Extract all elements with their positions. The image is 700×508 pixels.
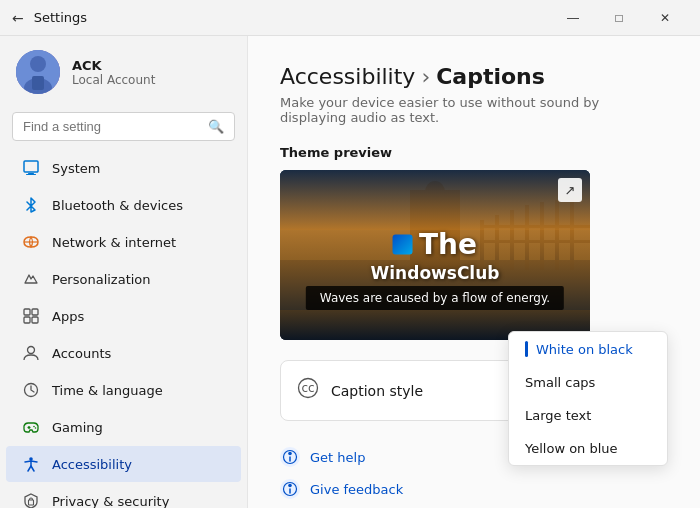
preview-caption: Waves are caused by a flow of energy. — [306, 286, 564, 310]
give-feedback-icon — [280, 479, 300, 499]
sidebar-item-accessibility[interactable]: Accessibility — [6, 446, 241, 482]
bluetooth-icon — [22, 196, 40, 214]
sidebar-item-gaming[interactable]: Gaming — [6, 409, 241, 445]
sidebar-item-privacy[interactable]: Privacy & security — [6, 483, 241, 508]
svg-rect-8 — [24, 309, 30, 315]
svg-rect-10 — [24, 317, 30, 323]
svg-rect-6 — [26, 174, 36, 175]
personalization-icon — [22, 270, 40, 288]
breadcrumb-separator: › — [421, 64, 430, 89]
main-layout: ACK Local Account 🔍 System — [0, 36, 700, 508]
minimize-button[interactable]: — — [550, 4, 596, 32]
dropdown-item-label: Large text — [525, 408, 591, 423]
user-profile[interactable]: ACK Local Account — [0, 36, 247, 108]
theme-preview-title: Theme preview — [280, 145, 668, 160]
caption-style-left: cc Caption style — [297, 377, 423, 404]
caption-style-icon: cc — [297, 377, 319, 404]
svg-rect-11 — [32, 317, 38, 323]
privacy-icon — [22, 492, 40, 508]
avatar — [16, 50, 60, 94]
gaming-icon — [22, 418, 40, 436]
user-type: Local Account — [72, 73, 155, 87]
sidebar-item-system-label: System — [52, 161, 100, 176]
svg-rect-19 — [29, 500, 34, 505]
give-feedback-link[interactable]: Give feedback — [280, 473, 668, 505]
svg-text:cc: cc — [301, 381, 314, 395]
sidebar-item-privacy-label: Privacy & security — [52, 494, 169, 509]
sidebar: ACK Local Account 🔍 System — [0, 36, 248, 508]
sidebar-item-network-label: Network & internet — [52, 235, 176, 250]
svg-point-16 — [33, 426, 35, 428]
get-help-label: Get help — [310, 450, 365, 465]
sidebar-nav: System Bluetooth & devices Network & int… — [0, 149, 247, 508]
app-title: Settings — [34, 10, 87, 25]
sidebar-item-time[interactable]: Time & language — [6, 372, 241, 408]
sidebar-item-apps[interactable]: Apps — [6, 298, 241, 334]
avatar-image — [16, 50, 60, 94]
sidebar-item-accessibility-label: Accessibility — [52, 457, 132, 472]
sidebar-item-bluetooth[interactable]: Bluetooth & devices — [6, 187, 241, 223]
network-icon — [22, 233, 40, 251]
sidebar-item-bluetooth-label: Bluetooth & devices — [52, 198, 183, 213]
close-button[interactable]: ✕ — [642, 4, 688, 32]
dropdown-item-label: Yellow on blue — [525, 441, 618, 456]
maximize-button[interactable]: □ — [596, 4, 642, 32]
sidebar-item-time-label: Time & language — [52, 383, 163, 398]
search-icon: 🔍 — [208, 119, 224, 134]
svg-rect-9 — [32, 309, 38, 315]
title-bar: ← Settings — □ ✕ — [0, 0, 700, 36]
selected-indicator — [525, 341, 528, 357]
svg-point-39 — [288, 484, 292, 488]
sidebar-item-gaming-label: Gaming — [52, 420, 103, 435]
window-controls: — □ ✕ — [550, 4, 688, 32]
sidebar-wrapper: ACK Local Account 🔍 System — [0, 36, 248, 508]
content-area: Accessibility › Captions Make your devic… — [248, 36, 700, 508]
sidebar-item-personalization-label: Personalization — [52, 272, 151, 287]
dropdown-item-large-text[interactable]: Large text — [509, 399, 667, 432]
sidebar-item-network[interactable]: Network & internet — [6, 224, 241, 260]
svg-point-12 — [28, 347, 35, 354]
apps-icon — [22, 307, 40, 325]
search-box[interactable]: 🔍 — [12, 112, 235, 141]
search-input[interactable] — [23, 119, 200, 134]
dropdown-item-yellow-on-blue[interactable]: Yellow on blue — [509, 432, 667, 465]
sidebar-item-personalization[interactable]: Personalization — [6, 261, 241, 297]
svg-point-17 — [35, 427, 37, 429]
accessibility-icon — [22, 455, 40, 473]
expand-preview-button[interactable]: ↗ — [558, 178, 582, 202]
get-help-icon — [280, 447, 300, 467]
breadcrumb-current: Captions — [436, 64, 545, 89]
system-icon — [22, 159, 40, 177]
user-info: ACK Local Account — [72, 58, 155, 87]
caption-style-label: Caption style — [331, 383, 423, 399]
accounts-icon — [22, 344, 40, 362]
user-name: ACK — [72, 58, 155, 73]
page-description: Make your device easier to use without s… — [280, 95, 668, 125]
sidebar-item-apps-label: Apps — [52, 309, 84, 324]
sidebar-item-accounts-label: Accounts — [52, 346, 111, 361]
breadcrumb-parent: Accessibility — [280, 64, 415, 89]
svg-point-36 — [288, 452, 292, 456]
sidebar-item-system[interactable]: System — [6, 150, 241, 186]
dropdown-item-small-caps[interactable]: Small caps — [509, 366, 667, 399]
theme-preview: Waves are caused by a flow of energy. ↗ … — [280, 170, 590, 340]
time-icon — [22, 381, 40, 399]
breadcrumb: Accessibility › Captions — [280, 64, 668, 89]
sidebar-item-accounts[interactable]: Accounts — [6, 335, 241, 371]
svg-point-1 — [30, 56, 46, 72]
dropdown-item-white-on-black[interactable]: White on black — [509, 332, 667, 366]
give-feedback-label: Give feedback — [310, 482, 403, 497]
back-button[interactable]: ← — [12, 10, 24, 26]
svg-rect-3 — [32, 76, 44, 90]
preview-image — [280, 170, 590, 340]
dropdown-menu: White on black Small caps Large text Yel… — [508, 331, 668, 466]
dropdown-item-label: Small caps — [525, 375, 595, 390]
svg-rect-4 — [24, 161, 38, 172]
dropdown-item-label: White on black — [536, 342, 633, 357]
